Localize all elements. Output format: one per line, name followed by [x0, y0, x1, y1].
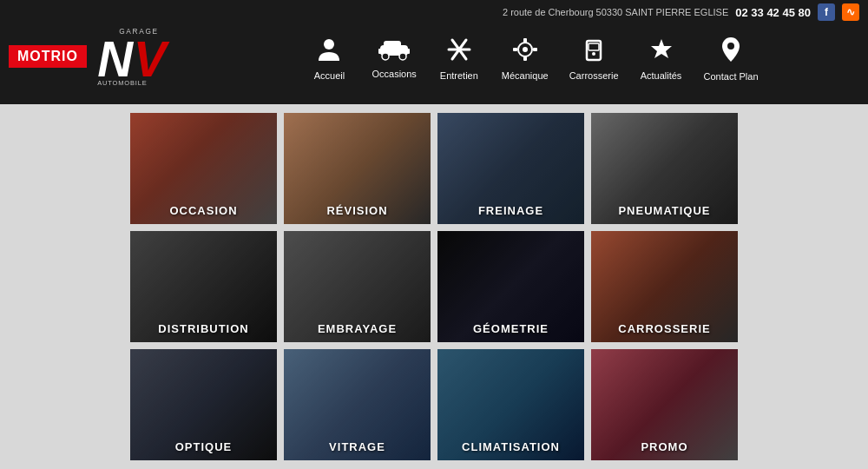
svg-point-8	[399, 53, 406, 60]
grid-item-optique[interactable]: OPTIQUE	[130, 349, 277, 460]
grid-section: OCCASIONRÉVISIONFREINAGEPNEUMATIQUEDISTR…	[0, 104, 868, 469]
entretien-icon	[445, 36, 473, 67]
nav-item-entretien[interactable]: Entretien	[429, 33, 490, 84]
header-top-bar: 2 route de Cherbourg 50330 SAINT PIERRE …	[494, 0, 868, 24]
nav-label-entretien: Entretien	[440, 70, 478, 81]
accueil-icon	[315, 36, 343, 67]
grid-item-distribution[interactable]: DISTRIBUTION	[130, 231, 277, 342]
nav-item-contact[interactable]: Contact Plan	[695, 32, 767, 85]
nav-label-actualites: Actualités	[641, 70, 682, 81]
grid-label-occasion: OCCASION	[130, 204, 277, 217]
svg-point-25	[727, 43, 734, 50]
grid-item-embrayage[interactable]: EMBRAYAGE	[284, 231, 431, 342]
facebook-icon[interactable]: f	[818, 3, 835, 21]
grid-item-vitrage[interactable]: VITRAGE	[284, 349, 431, 460]
svg-rect-21	[589, 43, 599, 50]
mecanique-icon	[511, 36, 539, 67]
grid-label-freinage: FREINAGE	[437, 204, 584, 217]
contact-icon	[719, 36, 743, 68]
svg-rect-16	[523, 38, 527, 43]
grid-label-vitrage: VITRAGE	[284, 440, 431, 453]
grid-label-carrosserie: CARROSSERIE	[591, 322, 738, 335]
address-text: 2 route de Cherbourg 50330 SAINT PIERRE …	[503, 7, 728, 17]
svg-point-7	[382, 53, 389, 60]
svg-point-22	[592, 52, 595, 56]
logo-area[interactable]: MOTRIO GARAGE N V AUTOMOBILE	[9, 22, 181, 91]
nav-item-carrosserie[interactable]: Carrosserie	[561, 33, 628, 84]
motrio-badge: MOTRIO	[9, 45, 87, 68]
grid-item-freinage[interactable]: FREINAGE	[437, 113, 584, 224]
grid-label-pneumatique: PNEUMATIQUE	[591, 204, 738, 217]
nav-label-mecanique: Mécanique	[502, 70, 549, 81]
nav-item-actualites[interactable]: Actualités	[631, 33, 692, 84]
svg-marker-24	[651, 39, 672, 58]
grid-label-climatisation: CLIMATISATION	[437, 440, 584, 453]
grid-label-distribution: DISTRIBUTION	[130, 322, 277, 335]
grid-item-climatisation[interactable]: CLIMATISATION	[437, 349, 584, 460]
grid-item-geometrie[interactable]: GÉOMETRIE	[437, 231, 584, 342]
carrosserie-icon	[580, 36, 608, 67]
grid-label-geometrie: GÉOMETRIE	[437, 322, 584, 335]
svg-rect-19	[533, 48, 537, 51]
svg-text:N: N	[97, 32, 134, 87]
grid-item-revision[interactable]: RÉVISION	[284, 113, 431, 224]
grid-item-promo[interactable]: PROMO	[591, 349, 738, 460]
nav-item-accueil[interactable]: Accueil	[299, 33, 359, 84]
grid-label-embrayage: EMBRAYAGE	[284, 322, 431, 335]
svg-rect-6	[384, 41, 401, 49]
nav-label-contact: Contact Plan	[704, 71, 759, 82]
phone-number[interactable]: 02 33 42 45 80	[735, 6, 811, 19]
rss-icon[interactable]: ∿	[842, 3, 859, 21]
nav-item-occasions[interactable]: Occasions	[363, 35, 424, 83]
svg-rect-18	[513, 48, 517, 51]
grid-item-occasion[interactable]: OCCASION	[130, 113, 277, 224]
header: 2 route de Cherbourg 50330 SAINT PIERRE …	[0, 0, 868, 104]
services-grid: OCCASIONRÉVISIONFREINAGEPNEUMATIQUEDISTR…	[130, 113, 738, 460]
occasions-icon	[378, 38, 410, 65]
nav-label-occasions: Occasions	[372, 69, 416, 79]
grid-item-carrosserie[interactable]: CARROSSERIE	[591, 231, 738, 342]
svg-point-15	[523, 47, 528, 52]
svg-rect-9	[378, 49, 382, 54]
svg-text:AUTOMOBILE: AUTOMOBILE	[97, 79, 147, 87]
nv-logo: GARAGE N V AUTOMOBILE	[94, 22, 181, 91]
grid-label-promo: PROMO	[591, 440, 738, 453]
grid-label-optique: OPTIQUE	[130, 440, 277, 453]
svg-rect-17	[523, 56, 527, 61]
nav-item-mecanique[interactable]: Mécanique	[493, 33, 557, 84]
actualites-icon	[648, 36, 675, 67]
nav-label-accueil: Accueil	[314, 70, 345, 81]
grid-label-revision: RÉVISION	[284, 204, 431, 217]
nav-label-carrosserie: Carrosserie	[569, 70, 619, 81]
svg-rect-10	[406, 49, 410, 54]
svg-point-4	[324, 39, 334, 50]
grid-item-pneumatique[interactable]: PNEUMATIQUE	[591, 113, 738, 224]
main-nav: Accueil Occasions	[207, 32, 859, 85]
svg-text:V: V	[134, 32, 170, 87]
